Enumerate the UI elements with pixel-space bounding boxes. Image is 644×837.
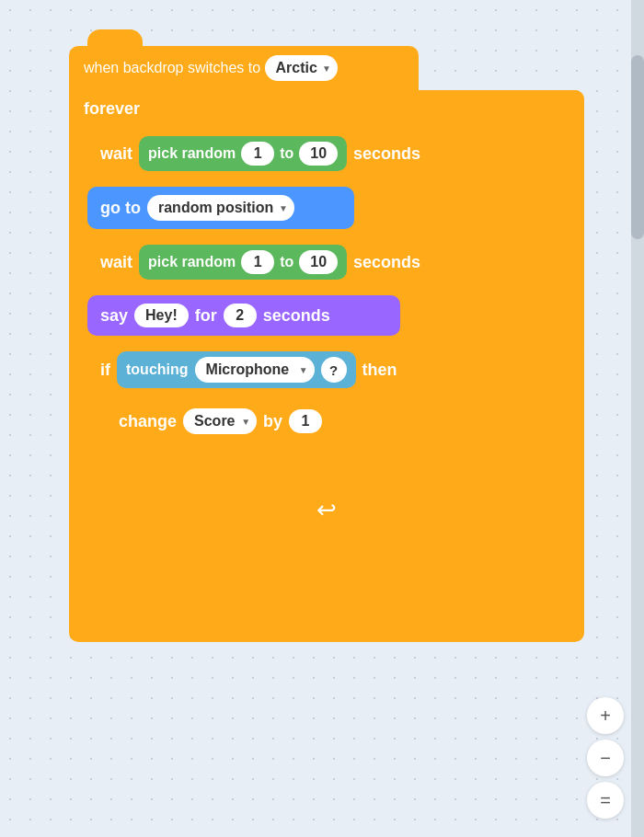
pick-random-2: pick random 1 to 10 bbox=[139, 245, 347, 280]
zoom-out-button[interactable]: − bbox=[587, 740, 624, 776]
wait-label-2: wait bbox=[100, 253, 132, 272]
variable-dropdown[interactable]: Score bbox=[183, 408, 257, 434]
if-body: change Score by 1 bbox=[87, 396, 584, 446]
to-label-1: to bbox=[280, 145, 293, 162]
zoom-in-button[interactable]: + bbox=[587, 697, 624, 734]
hat-block: when backdrop switches to Arctic bbox=[69, 46, 419, 90]
scrollbar[interactable] bbox=[631, 0, 644, 837]
goto-label: go to bbox=[100, 199, 141, 218]
fit-button[interactable]: = bbox=[587, 782, 624, 819]
to-label-2: to bbox=[280, 254, 293, 270]
for-label: for bbox=[195, 306, 217, 326]
touching-label: touching bbox=[126, 361, 189, 378]
then-label: then bbox=[362, 361, 397, 380]
hat-label: when backdrop switches to bbox=[84, 60, 260, 75]
touching-dropdown[interactable]: Microphone bbox=[195, 357, 315, 383]
if-label: if bbox=[100, 361, 110, 380]
loop-arrow-icon: ↩ bbox=[316, 496, 337, 524]
forever-label: forever bbox=[69, 90, 584, 128]
pick-random-1: pick random 1 to 10 bbox=[139, 136, 347, 171]
if-block: if touching Microphone ? then change Sco… bbox=[87, 343, 584, 479]
scrollbar-thumb[interactable] bbox=[631, 55, 644, 239]
backdrop-dropdown[interactable]: Arctic bbox=[265, 55, 338, 81]
forever-block: forever wait pick random 1 to 10 seconds… bbox=[69, 90, 584, 642]
zoom-controls: + − = bbox=[587, 697, 624, 819]
seconds-label-2: seconds bbox=[353, 253, 420, 272]
say-value[interactable]: Hey! bbox=[134, 304, 189, 327]
touching-block: touching Microphone ? bbox=[117, 351, 356, 388]
to-value-1[interactable]: 10 bbox=[299, 142, 338, 166]
question-mark: ? bbox=[321, 357, 347, 383]
say-label: say bbox=[100, 306, 128, 326]
seconds-label-1: seconds bbox=[353, 144, 420, 164]
wait-block-1: wait pick random 1 to 10 seconds bbox=[87, 128, 584, 179]
from-value-2[interactable]: 1 bbox=[241, 250, 274, 274]
forever-footer: ↩ bbox=[69, 488, 584, 537]
change-label: change bbox=[119, 412, 177, 431]
by-label: by bbox=[263, 412, 282, 431]
say-seconds-label: seconds bbox=[263, 306, 330, 326]
say-duration[interactable]: 2 bbox=[224, 304, 257, 327]
change-amount[interactable]: 1 bbox=[289, 409, 322, 433]
goto-block: go to random position bbox=[87, 187, 354, 229]
pick-random-label-1: pick random bbox=[148, 145, 236, 162]
wait-block-2: wait pick random 1 to 10 seconds bbox=[87, 236, 584, 288]
if-header: if touching Microphone ? then bbox=[87, 343, 584, 396]
goto-dropdown[interactable]: random position bbox=[147, 195, 294, 221]
to-value-2[interactable]: 10 bbox=[299, 250, 338, 274]
wait-label-1: wait bbox=[100, 144, 132, 164]
change-block: change Score by 1 bbox=[106, 400, 560, 442]
pick-random-label-2: pick random bbox=[148, 254, 236, 270]
from-value-1[interactable]: 1 bbox=[241, 142, 274, 166]
say-block: say Hey! for 2 seconds bbox=[87, 295, 400, 336]
